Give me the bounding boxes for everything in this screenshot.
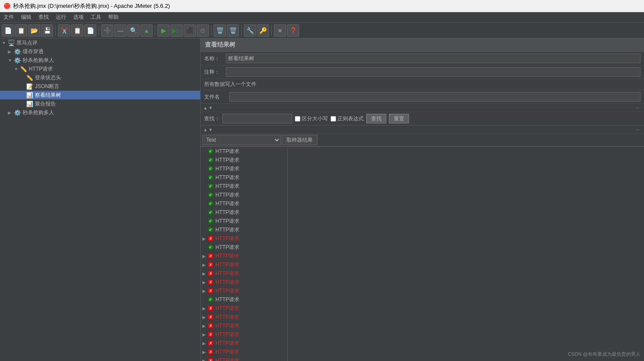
toolbar-cut[interactable]: ✂️	[58, 24, 70, 37]
panel-header: 查看结果树	[201, 38, 644, 52]
tree-item-miaosha-multi[interactable]: ▶ ⚙️ 秒杀抢购多人	[0, 108, 200, 117]
arrow-down-results[interactable]: ▼	[208, 127, 213, 132]
toolbar-zoom[interactable]: 🔍	[127, 24, 140, 37]
list-item[interactable]: ▶✗HTTP请求	[201, 252, 287, 260]
list-item-label: HTTP请求	[215, 209, 239, 216]
list-item-label: HTTP请求	[215, 165, 239, 173]
toolbar-templates[interactable]: 📋	[15, 24, 27, 37]
list-item[interactable]: ▶✗HTTP请求	[201, 313, 287, 321]
regex-text: 正则表达式	[337, 115, 364, 123]
arrow-heimadianping: ▼	[2, 41, 8, 45]
list-item[interactable]: ✓HTTP请求	[201, 164, 287, 173]
toolbar-open[interactable]: 📂	[28, 24, 40, 37]
toolbar-clear-all[interactable]: 🗑️	[227, 24, 239, 37]
list-item-label: HTTP请求	[215, 174, 239, 181]
comment-input[interactable]	[226, 67, 641, 77]
tree-item-http-req[interactable]: ▼ ✏️ HTTP请求	[0, 65, 200, 73]
menu-item-文件[interactable]: 文件	[0, 13, 17, 22]
toolbar-sep6	[271, 25, 272, 36]
list-item[interactable]: ✓HTTP请求	[201, 243, 287, 252]
search-input[interactable]	[222, 114, 292, 123]
list-item[interactable]: ✓HTTP请求	[201, 147, 287, 156]
toolbar-functions[interactable]: ≡	[274, 24, 286, 37]
toolbar-copy[interactable]: 📋	[71, 24, 83, 37]
list-item[interactable]: ✓HTTP请求	[201, 208, 287, 217]
case-sensitive-label[interactable]: 区分大小写	[295, 115, 328, 123]
tree-item-json-assert[interactable]: ▶ 📝 JSON断言	[0, 82, 200, 91]
list-item[interactable]: ✓HTTP请求	[201, 295, 287, 304]
toolbar-help[interactable]: ❓	[287, 24, 299, 37]
status-fail-icon: ✗	[208, 235, 214, 242]
reset-button[interactable]: 重置	[389, 114, 409, 123]
comment-row: 注释：	[201, 65, 644, 79]
arrow-down-btn[interactable]: ▼	[208, 106, 213, 110]
list-item-arrow: ▶	[202, 315, 208, 320]
dots-btn-results[interactable]: ···	[634, 126, 641, 133]
regex-label[interactable]: 正则表达式	[331, 115, 364, 123]
dots-btn-top[interactable]: ···	[634, 105, 641, 111]
status-fail-icon: ✗	[208, 331, 214, 337]
list-item[interactable]: ✓HTTP请求	[201, 225, 287, 234]
list-item[interactable]: ✓HTTP请求	[201, 191, 287, 199]
menu-item-编辑[interactable]: 编辑	[17, 13, 35, 22]
status-fail-icon: ✗	[208, 279, 214, 285]
tree-item-summary[interactable]: ▶ 📊 聚合报告	[0, 99, 200, 108]
status-fail-icon: ✗	[208, 305, 214, 311]
toolbar-paste[interactable]: 📄	[84, 24, 96, 37]
view-mode-dropdown[interactable]: Text RegExp Tester CSS/JQuery Tester XPa…	[202, 135, 281, 145]
list-item[interactable]: ▶✗HTTP请求	[201, 304, 287, 313]
toolbar-new[interactable]: 📄	[2, 24, 14, 37]
list-item[interactable]: ▶✗HTTP请求	[201, 347, 287, 356]
menu-item-查找[interactable]: 查找	[35, 13, 52, 22]
tree-item-view-tree[interactable]: ▶ 📊 察看结果树	[0, 91, 200, 99]
tree-item-login-header[interactable]: ▶ ✏️ 登录状态头	[0, 73, 200, 82]
menu-item-帮助[interactable]: 帮助	[105, 13, 122, 22]
menu-item-工具[interactable]: 工具	[87, 13, 105, 22]
case-sensitive-checkbox[interactable]	[295, 116, 300, 122]
tree-item-huancun[interactable]: ▶ ⚙️ 缓存穿透	[0, 47, 200, 56]
toolbar-expand[interactable]: ➕	[101, 24, 113, 37]
toolbar-clear[interactable]: 🗑️	[214, 24, 226, 37]
list-item[interactable]: ▶✗HTTP请求	[201, 269, 287, 278]
arrow-up-results[interactable]: ▲	[203, 127, 208, 132]
toolbar-shutdown[interactable]: ⊙	[197, 24, 209, 37]
name-input[interactable]	[226, 54, 641, 63]
list-item[interactable]: ✓HTTP请求	[201, 173, 287, 182]
search-section: 查找： 区分大小写 正则表达式 查找 重置	[201, 112, 644, 126]
search-button[interactable]: 查找	[366, 114, 386, 123]
menu-item-选项[interactable]: 选项	[70, 13, 87, 22]
list-item[interactable]: ▶✗HTTP请求	[201, 330, 287, 339]
list-item[interactable]: ▶✗HTTP请求	[201, 339, 287, 347]
list-item[interactable]: ▶✗HTTP请求	[201, 278, 287, 286]
toolbar-save[interactable]: 💾	[41, 24, 53, 37]
icon-heimadianping: 🖥️	[8, 40, 15, 46]
list-item[interactable]: ▶✗HTTP请求	[201, 260, 287, 269]
status-fail-icon: ✗	[208, 358, 214, 361]
toolbar-start[interactable]: ▶	[157, 24, 170, 37]
status-fail-icon: ✗	[208, 323, 214, 329]
toolbar-key[interactable]: 🔑	[257, 24, 269, 37]
arrow-up-btn[interactable]: ▲	[203, 106, 208, 110]
filename-input[interactable]	[229, 92, 641, 102]
menu-item-运行[interactable]: 运行	[52, 13, 70, 22]
list-item[interactable]: ✓HTTP请求	[201, 217, 287, 225]
list-item[interactable]: ✓HTTP请求	[201, 156, 287, 164]
list-item[interactable]: ✓HTTP请求	[201, 199, 287, 208]
sampler-result-tab[interactable]: 取样器结果	[282, 135, 317, 145]
toolbar-remote[interactable]: 🔧	[244, 24, 256, 37]
list-item[interactable]: ✓HTTP请求	[201, 182, 287, 191]
toolbar-minus[interactable]: —	[114, 24, 126, 37]
list-item-arrow: ▶	[202, 236, 208, 241]
tree-item-heimadianping[interactable]: ▼ 🖥️ 黑马点评	[0, 38, 200, 47]
list-item[interactable]: ▶✗HTTP请求	[201, 286, 287, 295]
regex-checkbox[interactable]	[331, 116, 336, 122]
list-item[interactable]: ▶✗HTTP请求	[201, 321, 287, 330]
toolbar-stop[interactable]: ⬛	[184, 24, 196, 37]
list-item-label: HTTP请求	[215, 226, 239, 234]
list-item[interactable]: ▶✗HTTP请求	[201, 234, 287, 243]
list-item[interactable]: ▶✗HTTP请求	[201, 356, 287, 361]
toolbar-start-no-pause[interactable]: ▶▷	[170, 24, 183, 37]
list-item-arrow: ▶	[202, 254, 208, 259]
tree-item-miaosha-single[interactable]: ▼ ⚙️ 秒杀抢购单人	[0, 56, 200, 65]
toolbar-up[interactable]: ▲	[140, 24, 153, 37]
